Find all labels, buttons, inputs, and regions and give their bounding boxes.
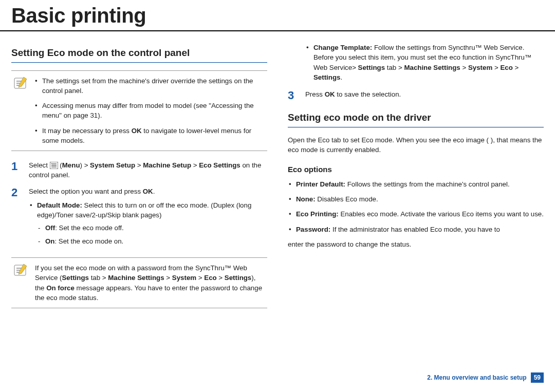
password-label: Password:: [296, 226, 330, 233]
section-heading-driver: Setting eco mode on the driver: [288, 110, 544, 125]
off-text: : Set the eco mode off.: [55, 224, 124, 232]
on-text: : Set the eco mode on.: [54, 237, 123, 245]
gt4: >: [196, 274, 204, 282]
note1-item-3-pre: It may be necessary to press: [42, 127, 132, 135]
step2-lead-post: .: [153, 188, 155, 195]
step3-pre: Press: [305, 90, 325, 98]
ct-period: .: [340, 73, 342, 81]
note-box-1: The settings set from the machine's driv…: [11, 70, 267, 152]
ct-path-1: System: [468, 64, 492, 71]
note2-tab: tab >: [89, 274, 108, 282]
note-box-2: If you set the eco mode on with a passwo…: [11, 257, 267, 308]
step2-lead-pre: Select the option you want and press: [29, 188, 143, 195]
gt2: >: [191, 161, 199, 169]
password-trailing: enter the password to change the status.: [288, 239, 544, 249]
section-divider: [11, 62, 267, 63]
step1-close-paren: ) >: [80, 161, 90, 169]
step2-default-mode: Default Mode: Select this to turn on or …: [29, 200, 267, 246]
on-label: On: [45, 237, 54, 245]
step-3: 3 Press OK to save the selection.: [288, 89, 544, 101]
footer-page-number: 59: [531, 372, 544, 383]
step2-continuation: Change Template: Follow the settings fro…: [288, 43, 544, 82]
printer-default-text: Follows the settings from the machine's …: [345, 180, 510, 188]
eco-options-heading: Eco options: [288, 164, 544, 175]
none-label: None:: [296, 195, 316, 203]
change-template-label: Change Template:: [313, 44, 372, 51]
opt-none: None: Disables Eco mode.: [288, 194, 544, 204]
footer-chapter: 2. Menu overview and basic setup: [427, 374, 526, 381]
title-divider: [0, 30, 555, 31]
step-2-body: Select the option you want and press OK.…: [29, 186, 267, 250]
opt-printer-default: Printer Default: Follows the settings fr…: [288, 179, 544, 189]
eco-printing-label: Eco Printing:: [296, 210, 339, 218]
default-mode-label: Default Mode:: [37, 201, 82, 209]
step1-pre: Select: [29, 161, 50, 169]
note2-path-0: Machine Settings: [108, 274, 164, 282]
step3-post: to save the selection.: [335, 90, 401, 98]
password-text: If the administrator has enabled Eco mod…: [330, 226, 500, 233]
gt6: >: [460, 64, 468, 71]
eco-printing-text: Enables eco mode. Activate the various E…: [339, 210, 544, 218]
step1-path-2: Eco Settings: [199, 161, 240, 169]
page-title: Basic printing: [0, 0, 555, 30]
ct-tab: tab >: [385, 64, 404, 71]
step-number-2: 2: [11, 186, 29, 250]
note1-item-3: It may be necessary to press OK to navig…: [35, 126, 264, 146]
note-icon: [13, 263, 29, 277]
change-template-item: Change Template: Follow the settings fro…: [305, 43, 544, 82]
note2-path-2: Eco: [204, 274, 216, 282]
step1-path-1: Machine Setup: [143, 161, 191, 169]
note2-path-1: System: [172, 274, 196, 282]
step-1-body: Select (Menu) > System Setup > Machine S…: [29, 160, 267, 180]
section-heading-control-panel: Setting Eco mode on the control panel: [11, 46, 267, 60]
ok-bold: OK: [132, 127, 142, 135]
step-3-body: Press OK to save the selection.: [305, 89, 544, 101]
ct-path-0: Machine Settings: [404, 64, 460, 71]
gt8: >: [513, 64, 519, 71]
gt3: >: [164, 274, 172, 282]
gt5: >: [217, 274, 225, 282]
opt-password: Password: If the administrator has enabl…: [288, 225, 544, 234]
driver-intro: Open the Eco tab to set Eco mode. When y…: [288, 135, 544, 155]
page-footer: 2. Menu overview and basic setup 59: [427, 372, 544, 383]
step1-path-0: System Setup: [90, 161, 135, 169]
eco-options-list: Printer Default: Follows the settings fr…: [288, 179, 544, 234]
note2-settings: Settings: [62, 274, 88, 282]
gt7: >: [492, 64, 500, 71]
note2-text: If you set the eco mode on with a passwo…: [35, 263, 264, 303]
right-column: Change Template: Follow the settings fro…: [288, 43, 544, 318]
step1-menu-label: Menu: [62, 161, 80, 169]
left-column: Setting Eco mode on the control panel Th…: [11, 43, 267, 318]
step2-on: On: Set the eco mode on.: [37, 236, 267, 246]
none-text: Disables Eco mode.: [316, 195, 378, 203]
note1-item-2: Accessing menus may differ from model to…: [35, 101, 264, 121]
step2-ok: OK: [143, 188, 153, 195]
step3-ok: OK: [325, 90, 335, 98]
section-divider: [288, 127, 544, 128]
step-1: 1 Select (Menu) > System Setup > Machine…: [11, 160, 267, 180]
ct-settings: Settings: [358, 64, 385, 71]
ct-path-2: Eco: [500, 64, 512, 71]
step-number-3: 3: [288, 89, 305, 101]
printer-default-label: Printer Default:: [296, 180, 345, 188]
note1-item-1: The settings set from the machine's driv…: [35, 76, 264, 96]
note2-path-3: Settings: [225, 274, 251, 282]
off-label: Off: [45, 224, 55, 232]
opt-eco-printing: Eco Printing: Enables eco mode. Activate…: [288, 209, 544, 219]
ct-path-3: Settings: [313, 73, 340, 81]
step-number-1: 1: [11, 160, 29, 180]
step2-off: Off: Set the eco mode off.: [37, 223, 267, 233]
step-2: 2 Select the option you want and press O…: [11, 186, 267, 250]
note2-onforce: On force: [46, 284, 75, 292]
menu-icon: [50, 162, 58, 169]
note-icon: [13, 76, 29, 90]
content-columns: Setting Eco mode on the control panel Th…: [0, 43, 555, 318]
svg-point-2: [51, 163, 51, 164]
gt1: >: [135, 161, 143, 169]
